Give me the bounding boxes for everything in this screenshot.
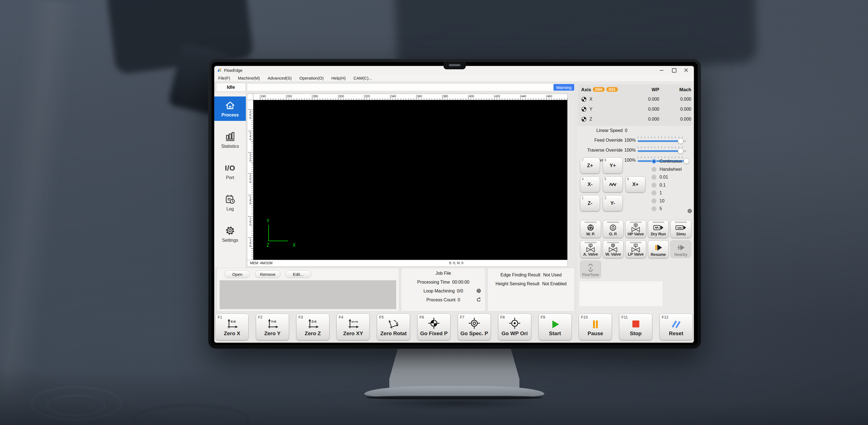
edit-button[interactable]: Edit... [285, 270, 311, 278]
traverse-override-slider[interactable] [638, 146, 686, 154]
mode-5-radio[interactable]: 5 [651, 206, 682, 211]
sidebar: Process Statistics I/O Port Log [214, 93, 246, 268]
sidebar-item-port[interactable]: I/O Port [214, 159, 246, 183]
slider-fill [638, 140, 681, 142]
menu-file[interactable]: File(F) [218, 76, 230, 80]
mode-10-radio[interactable]: 10 [651, 198, 682, 204]
radio-icon[interactable] [651, 159, 656, 164]
axis-origin-icon[interactable] [581, 107, 587, 112]
svg-text:Y=0: Y=0 [271, 320, 276, 323]
menu-cam[interactable]: CAM(C)... [353, 76, 372, 80]
slider-thumb[interactable] [684, 158, 689, 164]
radio-icon[interactable] [651, 183, 656, 188]
radio-icon[interactable] [651, 191, 656, 195]
remove-button[interactable]: Remove [255, 270, 280, 278]
jog-z-plus-button[interactable]: 7Z+ [580, 158, 600, 174]
sidebar-item-settings[interactable]: Settings [214, 222, 246, 246]
ruler-x-label: 300 [338, 95, 344, 100]
coordinate-triad-icon: Y Z X [261, 219, 301, 249]
mode-1-radio[interactable]: 1 [651, 190, 682, 196]
monitor-camera-notch [443, 62, 466, 69]
jog-settings-gear-icon[interactable] [687, 208, 692, 215]
mode-001-radio[interactable]: 0.01 [651, 174, 682, 180]
jog-x-minus-button[interactable]: 4X- [580, 176, 600, 192]
ruler-x-labels: 240260280300320340360380400420440460 [253, 94, 567, 100]
action-buttons: W. P. O. P. H HP Valve [580, 220, 691, 281]
fn-go-spec-point-button[interactable]: F7 Go Spec. P [458, 314, 491, 340]
simu-button[interactable]: SIM Simu [670, 220, 691, 238]
op-pump-button[interactable]: O. P. [603, 220, 624, 238]
radio-icon[interactable] [651, 175, 656, 180]
minimize-icon[interactable] [659, 67, 664, 73]
gear-icon[interactable] [476, 288, 482, 295]
menu-operation[interactable]: Operation(O) [299, 76, 324, 80]
air-valve-button[interactable]: A A. Valve [580, 240, 601, 258]
resume-button[interactable]: Resume [648, 240, 669, 258]
sidebar-item-process[interactable]: Process [214, 96, 246, 121]
fn-reset-button[interactable]: F12 Reset [659, 314, 693, 340]
sn-status: S: 0, N: 0 [449, 261, 463, 265]
edge-finding-row: Edge Finding Result Not Used [488, 273, 575, 278]
axis-row-x: X 0.000 0.000 [581, 94, 687, 104]
jog-x-plus-button[interactable]: 6X+ [625, 176, 645, 192]
slider-thumb[interactable] [678, 148, 683, 154]
fn-zero-z-button[interactable]: F3 Z=0 Zero Z [296, 314, 330, 340]
radio-icon[interactable] [651, 206, 656, 211]
radio-icon[interactable] [651, 167, 656, 172]
close-icon[interactable] [683, 67, 689, 73]
file-list[interactable] [220, 280, 396, 309]
jog-z-minus-button[interactable]: 1Z- [580, 195, 600, 211]
process-count-value: 0 [458, 298, 460, 303]
lp-valve-button[interactable]: L LP Valve [625, 240, 646, 258]
hp-valve-button[interactable]: H HP Valve [625, 220, 646, 238]
mode-handwheel-radio[interactable]: Handwheel [651, 167, 682, 172]
menu-machine[interactable]: Machine(M) [238, 76, 260, 80]
axis-name: Z [589, 117, 592, 122]
loop-machining-row: Loop Machining 0/0 [401, 289, 485, 293]
finetune-button[interactable]: z FineTune [580, 261, 601, 278]
maximize-icon[interactable] [671, 67, 677, 73]
mode-01-radio[interactable]: 0.1 [651, 182, 682, 188]
fn-zero-y-button[interactable]: F2 Y=0 Zero Y [256, 314, 289, 340]
ruler-y-label: 200 [248, 174, 252, 183]
refresh-icon[interactable] [476, 297, 482, 304]
wp-pump-button[interactable]: W. P. [580, 220, 601, 238]
mode-continuous-radio[interactable]: Continuous [651, 159, 682, 164]
sidebar-item-statistics[interactable]: Statistics [214, 128, 246, 152]
fn-zero-rotate-button[interactable]: F5 Zero Rotat [377, 314, 410, 340]
traverse-override-value: 100% [624, 148, 638, 153]
fn-start-button[interactable]: F9 Start [538, 314, 572, 340]
axis-origin-icon[interactable] [581, 96, 587, 102]
toolpath-canvas[interactable]: Y Z X [253, 100, 567, 260]
g21-badge[interactable]: G21 [607, 87, 618, 92]
open-button[interactable]: Open [224, 270, 250, 278]
jog-center-button[interactable]: 5 [603, 176, 623, 192]
slider-thumb[interactable] [678, 138, 683, 144]
pump-icon [586, 223, 595, 232]
fn-go-wp-origin-button[interactable]: F8 Go WP Ori [498, 314, 531, 340]
water-valve-button[interactable]: W W. Valve [603, 240, 624, 258]
nearby-button[interactable]: Nearby [670, 240, 691, 258]
g54-badge[interactable]: G54 [593, 87, 605, 92]
fn-stop-button[interactable]: F11 Stop [619, 314, 652, 340]
menu-advanced[interactable]: Advanced(S) [268, 76, 292, 80]
sidebar-item-log[interactable]: Log [214, 191, 246, 215]
fn-go-fixed-point-button[interactable]: F6 Go Fixed P [417, 314, 451, 340]
feed-override-slider[interactable] [638, 136, 686, 144]
control-panel: AxisG54G21 WP Mach X 0.000 0.000 Y 0.000… [576, 82, 692, 341]
processing-time-row: Processing Time 00:00:00 [401, 280, 485, 285]
radio-icon[interactable] [651, 198, 656, 203]
jog-y-minus-button[interactable]: 2Y- [603, 195, 623, 211]
jog-y-plus-button[interactable]: 8Y+ [603, 158, 623, 174]
fn-pause-button[interactable]: F10 Pause [579, 314, 612, 340]
home-icon [225, 100, 235, 111]
fn-zero-xy-button[interactable]: F4 XY=0 Zero XY [336, 314, 370, 340]
fn-zero-x-button[interactable]: F1 X=0 Zero X [215, 314, 249, 340]
mode-label: Handwheel [659, 167, 682, 172]
fn-label: Reset [669, 331, 683, 337]
ruler-x-label: 260 [286, 95, 292, 100]
axis-origin-icon[interactable] [581, 116, 587, 122]
menu-help[interactable]: Help(H) [332, 76, 346, 80]
dry-run-button[interactable]: Dry Run [648, 220, 669, 238]
warning-badge[interactable]: Warning [554, 84, 574, 91]
